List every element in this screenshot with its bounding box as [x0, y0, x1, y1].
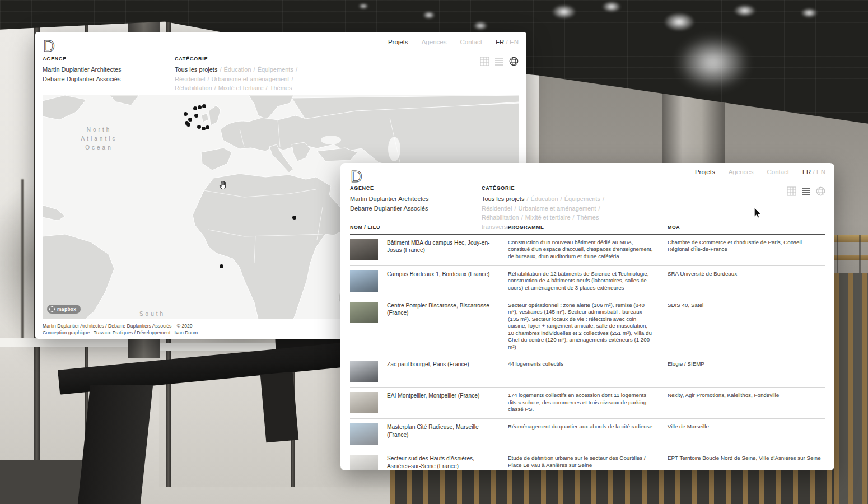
- globe-view-icon[interactable]: [509, 57, 519, 66]
- mapbox-attribution[interactable]: mapbox: [47, 305, 81, 314]
- project-moa: Chambre de Commerce et d'Industrie de Pa…: [668, 239, 825, 260]
- project-moa: SDIS 40, Satel: [668, 302, 825, 351]
- bench-leg: [260, 372, 298, 443]
- lang-en[interactable]: EN: [816, 169, 825, 175]
- credit-text: Conception graphique :: [43, 330, 94, 335]
- grid-view-icon[interactable]: [480, 57, 489, 66]
- project-thumbnail: [350, 302, 378, 323]
- lang-fr[interactable]: FR: [496, 39, 504, 45]
- project-name: Secteur sud des Hauts d'Asnières, Asnièr…: [387, 455, 498, 470]
- agency-block: AGENCE Martin Duplantier ArchitectesDeba…: [43, 56, 160, 83]
- nav-agences[interactable]: Agences: [422, 39, 447, 45]
- table-row[interactable]: Bâtiment MBA du campus Hec, Jouy-en-Josa…: [350, 235, 825, 266]
- project-moa: Elogie / SIEMP: [668, 361, 825, 382]
- ceiling-light: [734, 4, 756, 17]
- category-filter[interactable]: Urbanisme et aménagement: [519, 205, 596, 212]
- table-row[interactable]: Zac paul bourget, Paris (France)44 logem…: [350, 356, 825, 388]
- category-separator: /: [293, 66, 298, 73]
- nav-projets[interactable]: Projets: [695, 169, 715, 175]
- view-switcher: [480, 57, 519, 66]
- project-marker[interactable]: [193, 106, 197, 110]
- grid-view-icon[interactable]: [787, 186, 796, 196]
- ocean-label: NorthAtlanticOcean: [81, 125, 118, 152]
- mapbox-icon: [49, 306, 55, 312]
- ceiling-light: [801, 8, 818, 18]
- list-view-icon[interactable]: [801, 186, 811, 196]
- project-marker[interactable]: [202, 127, 206, 130]
- ocean-label: SouthAtlantic: [134, 310, 171, 319]
- category-filter[interactable]: Réhabilitation: [482, 214, 519, 221]
- category-separator: /: [519, 214, 525, 221]
- ceiling-light: [473, 21, 488, 30]
- category-filter[interactable]: Urbanisme et aménagement: [212, 76, 290, 82]
- project-marker[interactable]: [197, 125, 201, 129]
- list-view-icon[interactable]: [494, 57, 504, 66]
- nav-contact[interactable]: Contact: [460, 39, 482, 45]
- lang-fr[interactable]: FR: [802, 169, 811, 175]
- globe-view-icon[interactable]: [816, 186, 825, 196]
- main-nav: ProjetsAgencesContactFR / EN: [388, 39, 519, 45]
- table-row[interactable]: Masterplan Cité Radieuse, Marseille (Fra…: [350, 419, 825, 450]
- project-marker[interactable]: [202, 104, 206, 108]
- project-programme: Construction d'un nouveau bâtiment dédié…: [508, 239, 668, 260]
- ceiling-light: [423, 11, 435, 19]
- project-programme: Secteur opérationnel : zone alerte (106 …: [508, 302, 668, 351]
- view-switcher: [787, 186, 825, 196]
- ceiling-light: [552, 4, 576, 19]
- project-name: Campus Bordeaux 1, Bordeaux (France): [387, 270, 489, 292]
- table-row[interactable]: Secteur sud des Hauts d'Asnières, Asnièr…: [350, 450, 825, 470]
- project-programme: Etude de définition urbaine sur le secte…: [508, 455, 668, 470]
- project-marker[interactable]: [206, 125, 209, 129]
- project-marker[interactable]: [188, 118, 192, 122]
- category-filter[interactable]: Équipements: [564, 195, 600, 202]
- nav-contact[interactable]: Contact: [767, 169, 789, 175]
- agency-names: Martin Duplantier ArchitectesDebarre Dup…: [43, 65, 160, 83]
- category-filter[interactable]: Mixité et tertiaire: [218, 85, 264, 91]
- agency-label: AGENCE: [350, 185, 468, 191]
- credit-link[interactable]: Travaux-Pratiques: [94, 330, 133, 335]
- projects-table: NOM / LIEU PROGRAMME MOA Bâtiment MBA du…: [350, 225, 825, 470]
- agency-label: AGENCE: [43, 56, 160, 62]
- category-separator: /: [512, 205, 518, 212]
- ceiling-light: [664, 12, 695, 31]
- credit-link[interactable]: Ivan Daum: [175, 330, 198, 335]
- mouse-cursor: [754, 208, 761, 218]
- category-filter[interactable]: Tous les projets: [175, 66, 217, 73]
- project-marker[interactable]: [198, 105, 202, 109]
- tree-trunk: [21, 179, 24, 342]
- column-header-moa: MOA: [668, 225, 825, 230]
- category-filter[interactable]: Éducation: [224, 66, 251, 73]
- nav-agences[interactable]: Agences: [729, 169, 754, 175]
- project-marker[interactable]: [194, 114, 198, 118]
- project-programme: Réaménagement du quartier aux abords de …: [508, 423, 668, 445]
- category-filter[interactable]: Éducation: [531, 195, 558, 202]
- table-row[interactable]: Centre Pompier Biscarosse, Biscarrosse (…: [350, 297, 825, 356]
- category-filter[interactable]: Réhabilitation: [175, 85, 212, 91]
- agency-name-line: Martin Duplantier Architectes: [350, 194, 468, 204]
- project-name: Masterplan Cité Radieuse, Marseille (Fra…: [387, 423, 498, 445]
- lang-en[interactable]: EN: [510, 39, 519, 45]
- project-moa: Ville de Marseille: [668, 423, 825, 445]
- site-logo[interactable]: D: [43, 36, 59, 58]
- project-marker[interactable]: [292, 216, 296, 220]
- nav-projets[interactable]: Projets: [388, 39, 408, 45]
- project-thumbnail: [350, 455, 378, 470]
- copyright-line: Martin Duplantier Architectes / Debarre …: [43, 323, 198, 329]
- project-thumbnail: [350, 423, 378, 445]
- category-separator: /: [205, 76, 211, 82]
- project-marker[interactable]: [220, 264, 223, 268]
- category-filter[interactable]: Résidentiel: [482, 205, 512, 212]
- project-thumbnail: [350, 239, 378, 260]
- category-filter[interactable]: Tous les projets: [482, 195, 524, 202]
- category-separator: /: [212, 85, 218, 91]
- category-filter[interactable]: Équipements: [258, 66, 293, 73]
- project-marker[interactable]: [184, 112, 188, 116]
- table-body: Bâtiment MBA du campus Hec, Jouy-en-Josa…: [350, 235, 825, 470]
- project-programme: 44 logements collectifs: [508, 361, 668, 382]
- category-filter[interactable]: Résidentiel: [175, 76, 205, 82]
- category-filter[interactable]: Mixité et tertiaire: [525, 214, 571, 221]
- ceiling-light: [358, 3, 368, 9]
- table-row[interactable]: EAI Montpellier, Montpellier (France)174…: [350, 388, 825, 419]
- table-row[interactable]: Campus Bordeaux 1, Bordeaux (France)Réha…: [350, 266, 825, 297]
- project-marker[interactable]: [186, 123, 190, 127]
